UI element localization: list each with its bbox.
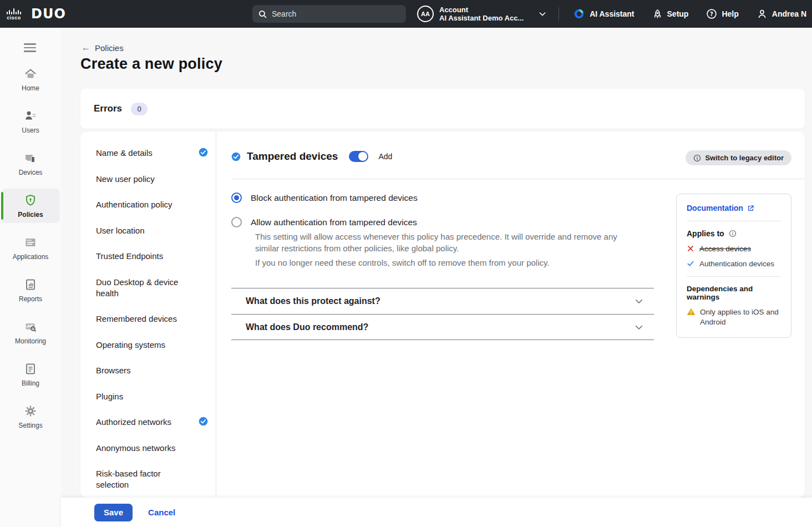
section-divider xyxy=(231,179,805,179)
sidebar-label: Home xyxy=(22,84,39,92)
add-section-toggle[interactable] xyxy=(349,151,368,162)
nav-ai-assistant[interactable]: AI Assistant xyxy=(573,8,634,20)
back-arrow-icon: ← xyxy=(82,43,90,53)
nav-help[interactable]: ? Help xyxy=(706,8,738,19)
policy-nav-remembered-devices[interactable]: Remembered devices xyxy=(96,313,208,325)
page-title: Create a new policy xyxy=(80,55,222,73)
applies-authentication-devices: Authentication devices xyxy=(687,260,781,268)
sidebar-label: Users xyxy=(22,126,39,134)
svg-text:?: ? xyxy=(710,11,714,17)
billing-icon xyxy=(24,362,37,376)
sidebar-label: Policies xyxy=(18,211,43,219)
nav-help-label: Help xyxy=(722,9,738,18)
account-switcher[interactable]: AA Account AI Assistant Demo Acc... xyxy=(417,0,547,28)
cisco-wordmark: cisco xyxy=(7,15,21,21)
duo-logo[interactable]: DUO xyxy=(31,6,66,22)
sidebar-label: Settings xyxy=(18,422,42,429)
policy-nav-authentication-policy[interactable]: Authentication policy xyxy=(96,199,208,210)
reports-icon xyxy=(24,278,37,291)
chevron-down-icon xyxy=(538,9,547,18)
search-input[interactable] xyxy=(272,9,400,18)
policy-nav-new-user-policy[interactable]: New user policy xyxy=(96,174,208,185)
errors-card: Errors 0 xyxy=(80,89,805,129)
sidebar-label: Monitoring xyxy=(15,337,46,345)
accordion-duo-recommend[interactable]: What does Duo recommend? xyxy=(231,314,654,340)
dependencies-title: Dependencies and warnings xyxy=(687,285,781,301)
info-panel: Documentation Applies to Access devices … xyxy=(676,194,791,338)
check-badge-icon xyxy=(199,148,208,157)
errors-label: Errors xyxy=(94,103,122,114)
save-button[interactable]: Save xyxy=(94,504,133,521)
sidebar-label: Billing xyxy=(22,379,39,387)
help-icon: ? xyxy=(706,8,717,19)
top-navbar: cisco DUO AA Account AI Assistant Demo A… xyxy=(0,0,812,28)
policy-nav-duo-desktop[interactable]: Duo Desktop & device health xyxy=(96,277,208,299)
action-footer: Save Cancel xyxy=(61,498,812,527)
nav-user-menu[interactable]: Andrea N xyxy=(757,8,806,19)
breadcrumb[interactable]: ← Policies xyxy=(82,43,124,53)
policy-editor-card: Name & details New user policy Authentic… xyxy=(80,132,805,498)
accordion-protect-against[interactable]: What does this protect against? xyxy=(231,288,654,314)
panel-divider xyxy=(687,221,781,221)
radio-selected-icon xyxy=(231,192,242,203)
section-title: Tampered devices xyxy=(247,150,338,163)
sidebar-label: Applications xyxy=(13,253,49,261)
account-avatar: AA xyxy=(417,6,434,22)
allow-note: If you no longer need these controls, sw… xyxy=(255,257,643,268)
cancel-button[interactable]: Cancel xyxy=(148,508,175,517)
info-accordions: What does this protect against? What doe… xyxy=(231,288,654,340)
gear-icon xyxy=(24,404,37,418)
toggle-label: Add xyxy=(378,152,392,161)
info-icon xyxy=(693,154,701,162)
person-icon xyxy=(757,8,768,19)
policy-nav-browsers[interactable]: Browsers xyxy=(96,365,208,376)
nav-setup[interactable]: Setup xyxy=(652,9,689,19)
chevron-down-icon xyxy=(634,296,644,306)
sidebar-item-policies[interactable]: Policies xyxy=(1,189,60,223)
home-icon xyxy=(24,67,37,80)
sidebar-item-settings[interactable]: Settings xyxy=(1,399,60,434)
legacy-button-label: Switch to legacy editor xyxy=(705,154,784,162)
errors-count-badge: 0 xyxy=(131,103,148,115)
check-badge-icon xyxy=(199,417,208,426)
policy-nav-trusted-endpoints[interactable]: Trusted Endpoints xyxy=(96,251,208,262)
sidebar-item-billing[interactable]: Billing xyxy=(1,357,60,392)
documentation-link[interactable]: Documentation xyxy=(687,204,781,212)
sidebar-label: Reports xyxy=(19,295,42,303)
brand: cisco DUO xyxy=(0,6,66,22)
policy-section-nav: Name & details New user policy Authentic… xyxy=(80,132,216,498)
nav-setup-label: Setup xyxy=(667,9,689,18)
nav-user-label: Andrea N xyxy=(772,9,806,18)
policy-nav-user-location[interactable]: User location xyxy=(96,225,208,236)
check-icon xyxy=(687,260,694,267)
radio-allow-authentication[interactable]: Allow authentication from tampered devic… xyxy=(231,217,417,227)
policy-nav-name-details[interactable]: Name & details xyxy=(96,148,208,159)
rocket-icon xyxy=(652,9,663,19)
sidebar-item-reports[interactable]: Reports xyxy=(1,273,60,307)
policy-nav-authorized-networks[interactable]: Authorized networks xyxy=(96,417,208,428)
hamburger-menu-icon[interactable] xyxy=(24,43,61,52)
cisco-bars-icon xyxy=(7,8,21,14)
check-badge-icon xyxy=(231,152,241,161)
policy-nav-anonymous-networks[interactable]: Anonymous networks xyxy=(96,443,208,454)
sidebar-item-devices[interactable]: Devices xyxy=(1,146,60,181)
global-search[interactable] xyxy=(252,5,406,23)
info-icon[interactable] xyxy=(729,230,737,237)
policy-nav-plugins[interactable]: Plugins xyxy=(96,391,208,402)
cisco-logo: cisco xyxy=(7,8,21,21)
warning-ios-android: Only applies to iOS and Android xyxy=(687,307,781,327)
sidebar-item-monitoring[interactable]: Monitoring xyxy=(1,315,60,349)
switch-to-legacy-editor-button[interactable]: Switch to legacy editor xyxy=(686,150,791,165)
applies-access-devices: Access devices xyxy=(687,245,781,253)
allow-description: This setting will allow access whenever … xyxy=(255,231,643,254)
external-link-icon xyxy=(747,205,754,212)
sidebar-item-applications[interactable]: Applications xyxy=(1,231,60,265)
policy-nav-risk-based-factor[interactable]: Risk-based factor selection xyxy=(96,468,208,490)
users-icon xyxy=(24,109,37,123)
radio-block-authentication[interactable]: Block authentication from tampered devic… xyxy=(231,192,418,203)
section-content: Tampered devices Add Switch to legacy ed… xyxy=(216,132,805,498)
policy-nav-operating-systems[interactable]: Operating systems xyxy=(96,339,208,351)
breadcrumb-label: Policies xyxy=(95,43,124,53)
sidebar-item-home[interactable]: Home xyxy=(1,62,60,97)
sidebar-item-users[interactable]: Users xyxy=(1,104,60,139)
